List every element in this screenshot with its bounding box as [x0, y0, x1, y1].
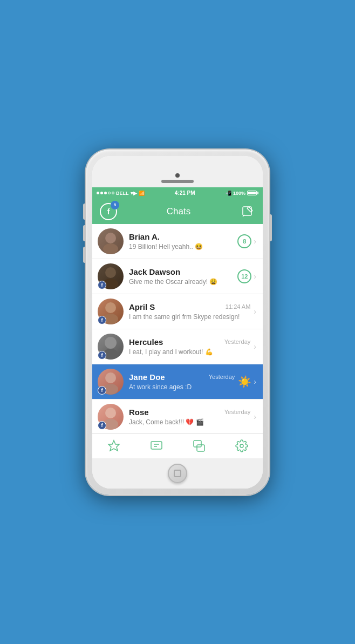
- unread-badge-jack: 12: [237, 269, 251, 283]
- status-time: 4:21 PM: [175, 190, 195, 196]
- svg-point-12: [105, 337, 117, 349]
- chat-item-rose[interactable]: f Rose Yesterday Jack, Come back!!! 💔 🎬 …: [92, 399, 263, 433]
- signal-dot-5: [112, 192, 114, 194]
- chat-content-jack: Jack Dawson Give me the Oscar already! 😩: [129, 267, 234, 286]
- status-bar: BELL ▾▶ 📶 4:21 PM 📲 100%: [92, 187, 263, 199]
- chat-time-april: 11:24 AM: [226, 303, 250, 310]
- chat-preview-jack: Give me the Oscar already! 😩: [129, 278, 234, 286]
- home-button[interactable]: [168, 464, 187, 483]
- camera: [175, 173, 180, 178]
- nav-settings[interactable]: [235, 439, 248, 452]
- carrier-label: BELL: [116, 191, 129, 196]
- fb-badge-jane: f: [98, 386, 106, 395]
- chat-content-jane: Jane Doe Yesterday At work since ages :D: [129, 372, 235, 391]
- chat-item-brian[interactable]: Brian A. 19 Billion! Hell yeahh.. 😆 8 ›: [92, 224, 263, 259]
- chevron-april: ›: [254, 307, 256, 316]
- chat-content-april: April S 11:24 AM I am the same girl frm …: [129, 302, 250, 321]
- bluetooth-icon: 📲: [226, 191, 231, 196]
- chat-preview-rose: Jack, Come back!!! 💔 🎬: [129, 418, 250, 426]
- chat-item-april[interactable]: f April S 11:24 AM I am the same girl fr…: [92, 294, 263, 329]
- svg-marker-22: [108, 440, 119, 451]
- avatar-container-rose: f: [98, 404, 124, 430]
- chat-name-jane: Jane Doe: [129, 372, 165, 382]
- fb-notification-badge: 5: [111, 201, 119, 209]
- chat-name-jack: Jack Dawson: [129, 267, 180, 276]
- fb-badge-rose: f: [98, 421, 106, 430]
- signal-dots: [97, 192, 114, 194]
- svg-line-4: [249, 207, 252, 211]
- chat-list: Brian A. 19 Billion! Hell yeahh.. 😆 8 ›: [92, 224, 263, 433]
- phone-screen: BELL ▾▶ 📶 4:21 PM 📲 100% f: [92, 156, 263, 489]
- chevron-brian: ›: [254, 237, 256, 246]
- battery-percent: 100%: [233, 191, 245, 196]
- chat-content-rose: Rose Yesterday Jack, Come back!!! 💔 🎬: [129, 408, 250, 426]
- svg-point-10: [105, 302, 116, 313]
- signal-dot-4: [108, 192, 111, 194]
- fb-badge-april: f: [98, 316, 106, 324]
- app-header: f 5 Chats: [92, 199, 263, 224]
- chat-time-jane: Yesterday: [209, 374, 235, 380]
- status-right: 📲 100%: [226, 191, 258, 196]
- top-bezel: [92, 156, 263, 187]
- nav-favorites[interactable]: [107, 439, 120, 452]
- chat-name-hercules: Hercules: [129, 337, 163, 347]
- chat-right-april: ›: [254, 307, 256, 316]
- chat-time-hercules: Yesterday: [224, 338, 251, 345]
- svg-line-2: [247, 208, 251, 212]
- battery-icon: [247, 191, 258, 195]
- avatar-container-april: f: [98, 299, 124, 324]
- sun-emoji-jane: ☀️: [238, 375, 251, 388]
- avatar-container-brian: [98, 228, 124, 254]
- svg-rect-26: [194, 440, 201, 447]
- chat-right-hercules: ›: [254, 342, 256, 351]
- chat-preview-april: I am the same girl frm Skype redesign!: [129, 313, 250, 321]
- bottom-nav: [92, 433, 263, 458]
- chat-name-rose: Rose: [129, 408, 149, 417]
- phone-frame: BELL ▾▶ 📶 4:21 PM 📲 100% f: [86, 150, 269, 495]
- avatar-container-jack: f: [98, 263, 124, 289]
- compose-button[interactable]: [240, 204, 255, 219]
- chat-preview-jane: At work since ages :D: [129, 383, 235, 391]
- svg-point-28: [240, 444, 243, 448]
- chat-right-brian: 8 ›: [237, 234, 256, 248]
- fb-badge-jack: f: [98, 281, 106, 289]
- chat-right-jack: 12 ›: [237, 269, 256, 283]
- avatar-brian: [98, 228, 124, 254]
- svg-rect-27: [197, 445, 204, 451]
- signal-dot-1: [97, 192, 99, 194]
- bottom-bezel: [92, 458, 263, 489]
- facebook-icon-container[interactable]: f 5: [100, 203, 117, 220]
- svg-point-14: [105, 372, 116, 383]
- header-title: Chats: [167, 206, 190, 217]
- chat-right-jane: ☀️ ›: [238, 375, 256, 388]
- chat-name-april: April S: [129, 302, 155, 311]
- chevron-hercules: ›: [254, 342, 256, 351]
- fb-badge-hercules: f: [98, 351, 106, 360]
- svg-point-7: [103, 243, 118, 254]
- svg-point-8: [105, 267, 116, 278]
- nav-chats[interactable]: [193, 439, 206, 452]
- wifi-icon: ▾▶: [131, 191, 137, 196]
- chat-content-brian: Brian A. 19 Billion! Hell yeahh.. 😆: [129, 232, 234, 250]
- avatar-container-hercules: f: [98, 334, 124, 360]
- chat-time-rose: Yesterday: [224, 409, 251, 415]
- chevron-rose: ›: [254, 412, 256, 421]
- avatar-container-jane: f: [98, 369, 124, 395]
- chat-content-hercules: Hercules Yesterday I eat, I play and I w…: [129, 337, 250, 356]
- status-left: BELL ▾▶ 📶: [97, 191, 145, 196]
- svg-point-16: [105, 408, 116, 418]
- chat-item-jane[interactable]: f Jane Doe Yesterday At work since ages …: [92, 364, 263, 399]
- chevron-jane: ›: [254, 377, 256, 386]
- speaker: [161, 180, 194, 183]
- home-button-inner: [174, 470, 181, 477]
- chat-right-rose: ›: [254, 412, 256, 421]
- chat-item-hercules[interactable]: f Hercules Yesterday I eat, I play and I…: [92, 329, 263, 364]
- fb-letter: f: [107, 207, 110, 216]
- wifi-symbol: 📶: [139, 191, 145, 196]
- signal-dot-2: [100, 192, 103, 194]
- nav-messages[interactable]: [150, 439, 163, 452]
- chat-preview-hercules: I eat, I play and I workout! 💪: [129, 348, 250, 356]
- chat-item-jack[interactable]: f Jack Dawson Give me the Oscar already!…: [92, 259, 263, 294]
- unread-badge-brian: 8: [237, 234, 251, 248]
- chat-name-brian: Brian A.: [129, 232, 160, 241]
